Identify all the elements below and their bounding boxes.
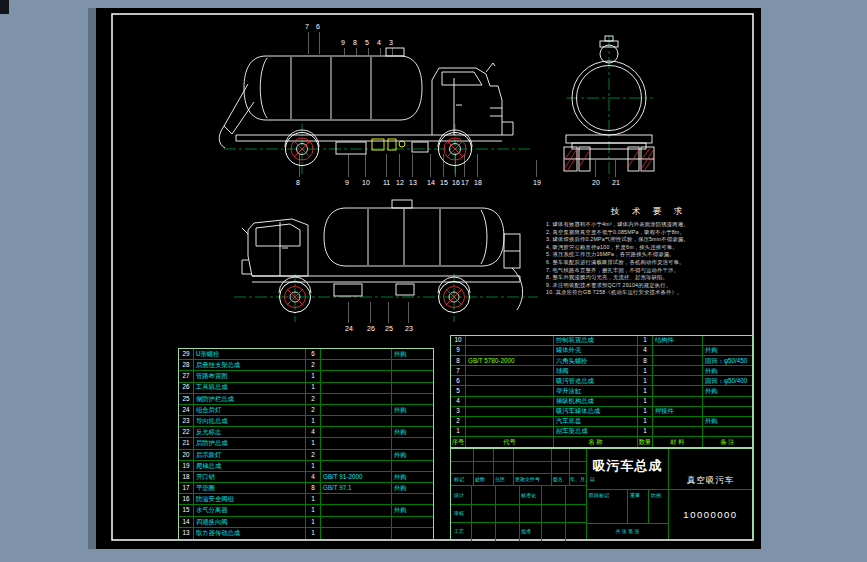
bom-right-row: 7球阀1外购	[451, 366, 752, 376]
bom-item-qty: 2	[306, 394, 321, 404]
technical-requirements: 技 术 要 求 1. 罐体有效容积不小于4m³，罐体内外表面涂防锈漆两遍。2. …	[546, 206, 752, 297]
bom-item-remark	[392, 494, 433, 504]
bom-left-row: 19爬梯总成1	[179, 461, 433, 472]
bom-item-material	[321, 505, 392, 515]
bom-left-row: 24组合后灯2外购	[179, 405, 433, 416]
equipment-box-mid	[334, 284, 362, 296]
label-stage-mark: 阶段标记	[589, 492, 609, 498]
label-process: 工艺	[454, 528, 464, 534]
bom-left-row: 15水气分离器1外购	[179, 505, 433, 516]
bom-item-remark	[703, 397, 752, 406]
drawing-number-area: 真空吸污车 10000000	[669, 449, 752, 539]
bom-item-no: 23	[179, 416, 194, 426]
bom-left-row: 25侧防护栏总成2	[179, 394, 433, 405]
suction-boom	[219, 84, 254, 148]
bom-item-material	[321, 405, 392, 415]
bom-item-name: 开口销	[194, 472, 306, 482]
bom-item-material: 结构件	[653, 336, 703, 345]
bom-item-remark	[392, 394, 433, 404]
grid-line	[519, 485, 520, 541]
grid-line	[471, 485, 472, 541]
bom-item-qty: 1	[306, 438, 321, 448]
bom-item-qty: 1	[638, 336, 653, 345]
bom-right-row: 5举升油缸1外购	[451, 386, 752, 396]
bom-left-row: 23导向轮总成1	[179, 416, 433, 427]
bom-item-material	[653, 417, 703, 426]
bom-item-no: 18	[179, 472, 194, 482]
bom-item-no: 21	[179, 438, 194, 448]
bom-header-cell: 材 料	[653, 437, 703, 447]
bom-item-qty: 1	[638, 407, 653, 416]
bom-right-row: 10控制装置总成1结构件	[451, 336, 752, 346]
bom-item-material	[321, 438, 392, 448]
bom-left-row: 18开口销4GB/T 91-2000外购	[179, 472, 433, 483]
bom-item-name: 管路布置图	[194, 371, 306, 381]
bom-item-no: 2	[451, 417, 466, 426]
bom-item-no: 26	[179, 383, 194, 393]
tank-manhole-mid	[392, 200, 412, 208]
bom-item-qty: 1	[306, 517, 321, 527]
bom-item-qty: 1	[306, 461, 321, 471]
tank-manhole	[386, 48, 404, 56]
canvas-left-shadow	[88, 8, 96, 549]
bom-item-remark: 外购	[703, 417, 752, 426]
bom-item-name: 导向轮总成	[194, 416, 306, 426]
bom-item-material	[321, 416, 392, 426]
bom-item-remark: 外购	[392, 349, 433, 359]
bom-left-row: 16防溢安全阀组1	[179, 494, 433, 505]
bom-header-cell: 代号	[466, 437, 554, 447]
bom-item-material	[653, 376, 703, 385]
bom-item-no: 3	[451, 407, 466, 416]
bom-item-no: 13	[179, 528, 194, 539]
bom-item-no: 6	[451, 376, 466, 385]
bom-item-material	[653, 346, 703, 355]
grid-line	[493, 449, 494, 485]
grid-line	[451, 461, 586, 462]
bom-item-material	[321, 360, 392, 370]
bom-right-row: 2汽车底盘1外购	[451, 417, 752, 427]
bom-item-code	[466, 407, 554, 416]
bom-item-no: 24	[179, 405, 194, 415]
tech-note-line: 6. 整车装配后进行满载吸排试验，各机构动作灵活可靠。	[546, 259, 752, 267]
label-change-count: 处数	[475, 476, 485, 482]
label-change-zone: 分区	[495, 476, 505, 482]
bom-item-remark	[392, 438, 433, 448]
wheel-rear-mid-view	[439, 282, 470, 313]
bom-header-cell: 备 注	[703, 437, 752, 447]
bom-item-material: 焊接件	[653, 407, 703, 416]
mirror-mid	[242, 228, 248, 234]
bom-item-material	[321, 394, 392, 404]
bom-item-name: 四通换向阀	[194, 517, 306, 527]
bom-item-name: 操纵机构总成	[554, 397, 638, 406]
bom-header-cell: 数量	[638, 437, 653, 447]
label-designer: 设计	[454, 492, 464, 498]
front-bumper	[432, 122, 513, 135]
bom-item-no: 4	[451, 397, 466, 406]
cad-viewer-stage: 7698543891011121314151617181920212426252…	[0, 0, 867, 562]
tech-note-line: 1. 罐体有效容积不小于4m³，罐体内外表面涂防锈漆两遍。	[546, 221, 752, 229]
bom-item-no: 10	[451, 336, 466, 345]
bom-item-qty: 4	[306, 472, 321, 482]
bom-item-name: 球阀	[554, 366, 638, 375]
label-change-mark: 标记	[454, 476, 464, 482]
bom-item-remark	[392, 517, 433, 527]
bom-item-name: 侧防护栏总成	[194, 394, 306, 404]
label-weight: 重量	[630, 492, 640, 498]
bom-item-remark	[392, 461, 433, 471]
bom-header-row: 序号代号名 称数量材 料备 注	[451, 437, 752, 447]
tank-body-mid	[324, 208, 504, 266]
bom-item-remark: 外购	[703, 346, 752, 355]
grid-line	[541, 485, 542, 541]
bom-item-material	[653, 356, 703, 365]
bom-item-name: 汽车底盘	[554, 417, 638, 426]
bom-item-name: 平垫圈	[194, 483, 306, 493]
grid-line	[587, 523, 668, 524]
fuel-tank	[412, 142, 428, 152]
bom-left-row: 14四通换向阀1	[179, 517, 433, 528]
grid-line	[648, 489, 649, 523]
bom-item-no: 9	[451, 346, 466, 355]
bom-item-remark	[392, 528, 433, 539]
bom-item-name: 罐体外壳	[554, 346, 638, 355]
bom-right-row: 1副车架总成1	[451, 427, 752, 437]
cab-window	[442, 72, 482, 85]
